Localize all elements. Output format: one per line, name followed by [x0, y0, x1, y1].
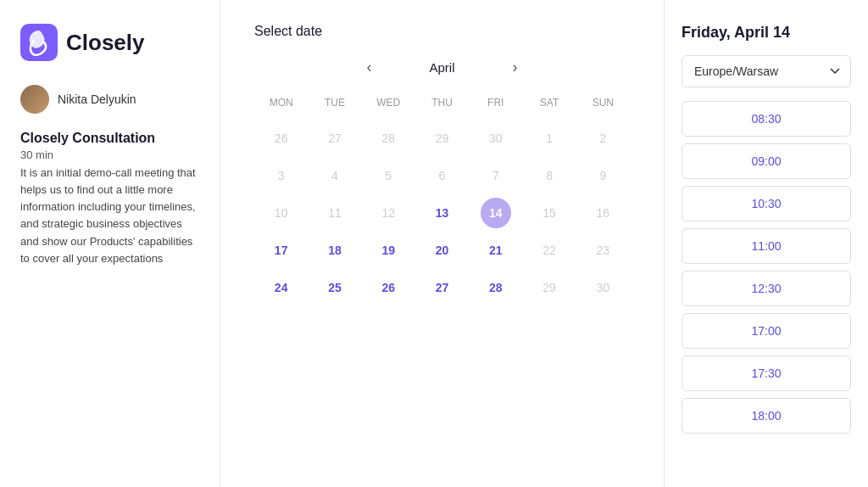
calendar-day-15: 15 [534, 198, 565, 228]
calendar-day-17[interactable]: 17 [266, 235, 297, 266]
left-panel: Closely Nikita Delyukin Closely Consulta… [0, 0, 220, 487]
calendar-day-30: 30 [481, 123, 511, 154]
calendar-day-21[interactable]: 21 [481, 235, 511, 266]
time-slots-container: 08:3009:0010:3011:0012:3017:0017:3018:00 [682, 101, 851, 434]
calendar-day-28[interactable]: 28 [481, 272, 511, 303]
time-slot-0900[interactable]: 09:00 [682, 143, 851, 179]
time-slot-1100[interactable]: 11:00 [682, 228, 851, 264]
avatar [20, 85, 49, 114]
calendar-day-28: 28 [373, 123, 403, 154]
time-slot-1800[interactable]: 18:00 [682, 398, 851, 434]
calendar-day-18[interactable]: 18 [320, 235, 350, 266]
timezone-select[interactable]: Europe/WarsawEurope/LondonAmerica/New_Yo… [682, 55, 851, 87]
day-header-wed: WED [362, 92, 415, 114]
day-header-fri: FRI [469, 92, 522, 114]
calendar-day-26: 26 [266, 123, 297, 154]
time-slot-1700[interactable]: 17:00 [682, 313, 851, 349]
calendar-day-1: 1 [534, 123, 565, 154]
calendar-day-20[interactable]: 20 [426, 235, 457, 266]
calendar-day-14[interactable]: 14 [481, 198, 511, 228]
calendar-day-7: 7 [481, 160, 511, 191]
calendar-body: 2627282930123456789101112131415161718192… [254, 120, 630, 305]
calendar-day-27: 27 [320, 123, 350, 154]
day-header-mon: MON [254, 92, 308, 114]
day-header-sun: SUN [576, 92, 630, 114]
user-name: Nikita Delyukin [58, 92, 136, 106]
time-slot-0830[interactable]: 08:30 [682, 101, 851, 137]
center-panel: Select date ‹ April › MONTUEWEDTHUFRISAT… [220, 0, 665, 487]
calendar-grid: MONTUEWEDTHUFRISATSUN 262728293012345678… [254, 92, 630, 305]
selected-date-label: Friday, April 14 [682, 24, 851, 42]
day-header-tue: TUE [308, 92, 361, 114]
calendar-day-19[interactable]: 19 [373, 235, 403, 266]
prev-month-button[interactable]: ‹ [359, 56, 378, 78]
calendar-day-4: 4 [320, 160, 350, 191]
calendar-day-11: 11 [320, 198, 350, 228]
select-date-label: Select date [254, 24, 630, 39]
user-area: Nikita Delyukin [20, 85, 199, 114]
calendar-nav: ‹ April › [254, 56, 630, 78]
month-label: April [429, 60, 454, 75]
calendar-day-12: 12 [373, 198, 403, 228]
calendar-day-13[interactable]: 13 [426, 198, 457, 228]
meeting-description: It is an initial demo-call meeting that … [20, 165, 199, 267]
next-month-button[interactable]: › [506, 56, 525, 78]
calendar-day-8: 8 [534, 160, 565, 191]
calendar-day-16: 16 [587, 198, 618, 228]
logo-area: Closely [20, 24, 199, 61]
calendar-day-9: 9 [587, 160, 618, 191]
day-header-thu: THU [415, 92, 469, 114]
meeting-title: Closely Consultation [20, 131, 199, 146]
calendar-day-23: 23 [587, 235, 618, 266]
calendar-day-3: 3 [266, 160, 297, 191]
calendar-day-26[interactable]: 26 [373, 272, 403, 303]
calendar-day-6: 6 [426, 160, 457, 191]
calendar-header-row: MONTUEWEDTHUFRISATSUN [254, 92, 630, 114]
time-slot-1030[interactable]: 10:30 [682, 186, 851, 221]
meeting-info: Closely Consultation 30 min It is an ini… [20, 131, 199, 267]
calendar-day-30: 30 [587, 272, 618, 303]
day-header-sat: SAT [522, 92, 576, 114]
calendar-day-29: 29 [534, 272, 565, 303]
app-name: Closely [66, 30, 145, 56]
calendar-day-24[interactable]: 24 [266, 272, 297, 303]
closely-logo-icon [20, 24, 58, 61]
calendar-day-2: 2 [587, 123, 618, 154]
time-slot-1730[interactable]: 17:30 [682, 355, 851, 391]
calendar-day-22: 22 [534, 235, 565, 266]
calendar-day-5: 5 [373, 160, 403, 191]
time-slot-1230[interactable]: 12:30 [682, 271, 851, 306]
calendar-day-27[interactable]: 27 [426, 272, 457, 303]
calendar-day-25[interactable]: 25 [320, 272, 350, 303]
calendar-day-29: 29 [426, 123, 457, 154]
meeting-duration: 30 min [20, 148, 199, 161]
calendar-day-10: 10 [266, 198, 297, 228]
right-panel: Friday, April 14 Europe/WarsawEurope/Lon… [665, 0, 868, 487]
